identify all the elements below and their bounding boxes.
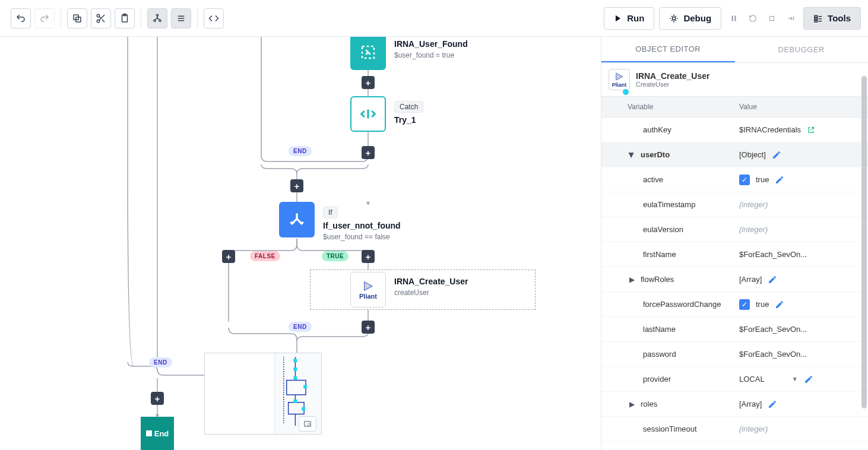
edit-icon[interactable]	[775, 175, 784, 185]
svg-rect-43	[146, 430, 152, 436]
svg-marker-56	[616, 73, 623, 80]
edit-icon[interactable]	[768, 275, 777, 284]
checkbox-checked-icon[interactable]: ✓	[739, 175, 750, 185]
add-node-button[interactable]: +	[290, 179, 303, 192]
svg-rect-53	[302, 407, 306, 411]
step-button[interactable]	[782, 9, 800, 27]
pause-button[interactable]	[725, 9, 743, 27]
node-create-user[interactable]: Pliant IRNA_Create_User createUser	[350, 272, 468, 308]
copy-button[interactable]	[67, 8, 87, 28]
scrollbar[interactable]	[861, 37, 868, 450]
var-row-forcepasswordchange[interactable]: forcePasswordChange ✓ true	[601, 292, 868, 317]
add-node-button[interactable]: +	[362, 250, 375, 263]
paste-button[interactable]	[115, 8, 135, 28]
var-row-active[interactable]: active ✓ true	[601, 167, 868, 192]
node-user-found[interactable]: IRNA_User_Found $user_found = true	[350, 37, 468, 70]
end-label: End	[154, 429, 169, 438]
run-button[interactable]: Run	[604, 7, 654, 30]
var-row-username[interactable]: userName $ForEach_SevOn...	[601, 442, 868, 450]
svg-point-9	[157, 14, 159, 16]
redo-button[interactable]	[34, 8, 55, 28]
restart-button[interactable]	[744, 9, 762, 27]
var-name: roles	[641, 400, 657, 408]
var-row-lastname[interactable]: lastName $ForEach_SevOn...	[601, 317, 868, 342]
var-row-sessiontimeout[interactable]: sessionTimeout (integer)	[601, 417, 868, 442]
svg-point-57	[617, 75, 619, 76]
flow-canvas[interactable]: IRNA_User_Found $user_found = true + Cat…	[0, 37, 601, 450]
var-row-userdto[interactable]: ▶ userDto [Object]	[601, 142, 868, 167]
stop-button[interactable]	[763, 9, 781, 27]
undo-button[interactable]	[11, 8, 31, 28]
node-try[interactable]: Catch Try_1	[350, 96, 423, 132]
svg-rect-51	[304, 385, 308, 388]
code-view-button[interactable]	[204, 8, 224, 28]
add-node-button[interactable]: +	[151, 392, 164, 405]
minimap-toggle-button[interactable]	[299, 416, 316, 432]
add-node-button[interactable]: +	[362, 76, 375, 89]
edit-icon[interactable]	[772, 150, 781, 160]
var-name: lastName	[601, 320, 732, 338]
checkbox-checked-icon[interactable]: ✓	[739, 299, 750, 310]
tab-object-editor[interactable]: OBJECT EDITOR	[601, 37, 735, 62]
side-tabs: OBJECT EDITOR DEBUGGER	[601, 37, 868, 63]
var-value: [Array]	[739, 275, 762, 284]
svg-point-2	[97, 14, 100, 17]
var-row-roles[interactable]: ▶ roles [Array]	[601, 392, 868, 417]
svg-rect-18	[734, 15, 736, 21]
var-row-eulatimestamp[interactable]: eulaTimestamp (integer)	[601, 192, 868, 217]
tab-debugger[interactable]: DEBUGGER	[735, 37, 869, 62]
node-if[interactable]: If If_user_nnot_found $user_found == fal…	[279, 202, 401, 241]
svg-rect-48	[294, 359, 297, 362]
col-value: Value	[732, 97, 868, 117]
svg-point-40	[366, 284, 367, 285]
list-view-button[interactable]	[171, 8, 191, 28]
var-placeholder: (integer)	[739, 424, 768, 433]
svg-point-41	[366, 287, 367, 289]
pliant-label: Pliant	[359, 293, 377, 300]
edit-icon[interactable]	[768, 400, 777, 409]
catch-icon	[350, 96, 386, 132]
var-row-firstname[interactable]: firstName $ForEach_SevOn...	[601, 242, 868, 267]
svg-point-42	[369, 286, 370, 287]
add-node-button[interactable]: +	[362, 321, 375, 334]
flow-view-button[interactable]	[147, 8, 167, 28]
var-name: provider	[601, 370, 732, 388]
tools-label: Tools	[828, 13, 851, 23]
chevron-right-icon[interactable]: ▶	[628, 275, 636, 284]
minimap[interactable]	[204, 353, 322, 435]
var-name: flowRoles	[641, 275, 674, 284]
var-value: [Array]	[739, 400, 762, 408]
add-node-button[interactable]: +	[222, 250, 235, 263]
var-row-flowroles[interactable]: ▶ flowRoles [Array]	[601, 267, 868, 292]
svg-rect-19	[770, 16, 774, 20]
svg-rect-23	[815, 18, 818, 20]
var-name: forcePasswordChange	[601, 295, 732, 313]
var-row-provider[interactable]: provider LOCAL ▼	[601, 367, 868, 392]
pliant-label: Pliant	[612, 82, 627, 88]
var-value: true	[756, 175, 769, 184]
chevron-right-icon[interactable]: ▶	[628, 400, 636, 408]
debug-button[interactable]: Debug	[659, 7, 721, 30]
var-row-eulaversion[interactable]: eulaVersion (integer)	[601, 217, 868, 242]
var-row-authkey[interactable]: authKey $IRNACredentials	[601, 118, 868, 142]
branch-icon	[279, 202, 315, 237]
scrollbar-thumb[interactable]	[861, 76, 867, 408]
provider-dropdown[interactable]: LOCAL ▼	[739, 375, 798, 384]
var-value: $ForEach_SevOn...	[739, 325, 807, 334]
chevron-down-icon[interactable]: ▶	[628, 151, 636, 159]
edit-icon[interactable]	[775, 300, 784, 309]
edit-icon[interactable]	[804, 375, 813, 384]
end-block[interactable]: End	[141, 417, 174, 450]
var-name: userDto	[641, 150, 670, 159]
add-node-button[interactable]: +	[362, 146, 375, 159]
tools-button[interactable]: Tools	[803, 7, 861, 30]
tag-true: TRUE	[322, 251, 349, 261]
var-table: authKey $IRNACredentials ▶ userDto [Obje…	[601, 118, 868, 450]
cut-button[interactable]	[91, 8, 111, 28]
var-row-password[interactable]: password $ForEach_SevOn...	[601, 342, 868, 367]
svg-rect-55	[308, 423, 311, 426]
node-sub: createUser	[394, 289, 468, 297]
var-name: sessionTimeout	[601, 420, 732, 438]
var-name: authKey	[601, 121, 732, 139]
external-link-icon[interactable]	[807, 126, 815, 134]
